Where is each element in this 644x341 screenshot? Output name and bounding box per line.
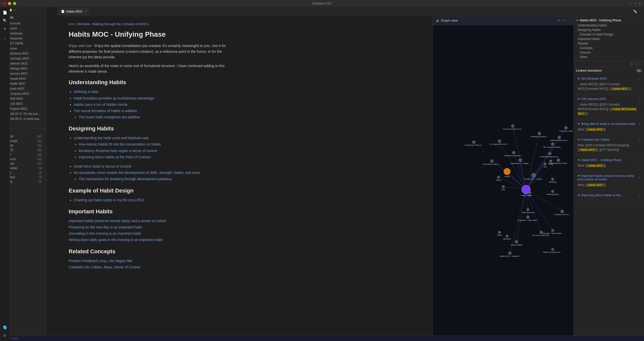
outline-item[interactable]: Understanding Habits	[574, 23, 644, 28]
svg-point-9	[472, 140, 475, 143]
writing-goals-link[interactable]: Writing down daily goals in the morning …	[69, 238, 163, 242]
more-icon[interactable]: ⋮	[639, 10, 642, 13]
habits-inertia-link[interactable]: Habits carry a ton of hidden inertia	[74, 103, 127, 107]
enjoy-text: - Enjoy the spatial constellation you cr…	[69, 44, 226, 59]
preparing-link[interactable]: Preparing for the next day is an importa…	[69, 225, 142, 229]
graph-title: Graph view	[441, 19, 458, 22]
charting-link[interactable]: Charting out habit cycles in my life cir…	[74, 198, 144, 202]
graph-more-icon[interactable]: ⋮	[567, 19, 571, 22]
svg-point-18	[544, 163, 546, 165]
mentions-list: ▼ 010 Mindsets MOC1...dsets MOC]] | [[02…	[576, 76, 642, 200]
micro-habits-link[interactable]: Improving Micro Habits at the Point of C…	[79, 155, 151, 159]
mention-title[interactable]: ▼ 010 Mindsets MOC	[577, 77, 607, 80]
files-icon[interactable]: 📄	[2, 9, 9, 16]
mention-section: ▼ Habits MOC - Colliding Phase1Next: [[H…	[576, 157, 642, 171]
svg-point-13	[548, 152, 551, 155]
svg-point-21	[498, 231, 501, 234]
community-icon[interactable]: 🌎	[2, 324, 9, 331]
svg-rect-0	[433, 111, 574, 259]
truest-metaphors-link[interactable]: The truest habit metaphors are additive	[79, 115, 140, 119]
edit-icon[interactable]: ✏️	[633, 10, 637, 13]
sort-az-icon[interactable]: A↕	[635, 62, 639, 66]
neural-formation-link[interactable]: The neural formation of habits is additi…	[74, 109, 137, 113]
sort-num-icon[interactable]: ↕	[640, 62, 642, 66]
window-restore-icon[interactable]: —	[630, 2, 633, 5]
tab-actions: ✏️ ⋮	[633, 10, 642, 13]
window-close-btn[interactable]	[3, 2, 6, 5]
mention-title[interactable]: ▼ Habits MOC - Colliding Phase	[577, 158, 621, 162]
outline-item[interactable]: Other	[574, 55, 644, 59]
designing-heading: Designing Habits	[69, 125, 231, 132]
graph-settings-icon[interactable]: ⚙	[557, 19, 560, 22]
list-view-icon[interactable]: ☰	[630, 62, 633, 66]
mention-title[interactable]: ▼ Being able to adapt is an important ha…	[577, 122, 635, 126]
svg-point-31	[551, 229, 554, 232]
break-plateau-link[interactable]: The mechanism for breaking through devel…	[79, 177, 172, 181]
search-icon[interactable]: 🔍	[2, 17, 9, 24]
editor-links: links: Mindsets, Walking through the 3 p…	[69, 22, 231, 26]
mention-title[interactable]: ▼ Cobwebs into Cables	[577, 138, 610, 141]
right-panel-content: ▼ 010 Mindsets MOC1...dsets MOC]] | [[02…	[574, 74, 644, 335]
starred-icon[interactable]: ★	[2, 25, 9, 32]
phases-link[interactable]: Walking through the 3 phases of MOCs	[92, 22, 149, 26]
mention-title[interactable]: ▼ Improving Micro Habits at the...	[577, 193, 623, 197]
svg-point-5	[565, 126, 568, 129]
atomic-habits-link[interactable]: How Atomic Habits fit into the conversat…	[79, 142, 161, 146]
tag-count: 11	[37, 162, 42, 165]
cobwebs-link[interactable]: Cobwebs into Cables	[69, 265, 102, 269]
graph-header: ◉ Graph view ⚙ ✕ ⋮	[433, 16, 574, 25]
mention-section: ▼ Improving Micro Habits at the...1	[576, 192, 642, 200]
graph-canvas: Habits MOC#habitHabits MOC - Collidi...H…	[433, 25, 574, 335]
example-list: Charting out habit cycles in my life cir…	[69, 197, 231, 203]
asymptotic-link[interactable]: An asymptotic curve models the developme…	[74, 171, 200, 175]
habit-cycle-link[interactable]: Understanding the habit cycle and habitu…	[74, 136, 149, 140]
settings-icon[interactable]: ⚙	[2, 332, 9, 335]
svg-point-11	[490, 160, 493, 163]
svg-point-32	[551, 190, 554, 193]
outline-collapse-icon[interactable]: ▼	[576, 19, 579, 22]
svg-point-4	[519, 158, 522, 162]
sense-control-link[interactable]: Sense of Control	[114, 265, 140, 269]
mention-highlight: Habits MOC	[580, 148, 596, 152]
habit-formation-link[interactable]: Habit formation provides an evolutionary…	[74, 96, 154, 100]
mention-title[interactable]: ▼ Important habits preserve mental clari…	[577, 174, 639, 181]
graph-close-icon[interactable]: ✕	[562, 19, 565, 22]
defining-habit-link[interactable]: Defining a habit	[74, 90, 98, 94]
resiliency-link[interactable]: Resiliency Routines help regain a sense …	[79, 149, 157, 153]
mention-count: 1	[639, 98, 640, 101]
tab-label: Habits MOC	[66, 10, 83, 13]
reps-link[interactable]: Reps	[104, 265, 112, 269]
outline-item[interactable]: Related	[574, 41, 644, 46]
like-begets-link[interactable]: Like begets like	[108, 259, 133, 263]
journaling-link[interactable]: Journaling in the morning is an importan…	[69, 231, 141, 235]
tag-count: 25	[37, 149, 42, 152]
sort-icon[interactable]: ↕	[14, 8, 15, 12]
outline-item[interactable]: Concepts	[574, 46, 644, 50]
small-wins-link[interactable]: Small Wins foster a Sense of Control	[74, 164, 131, 168]
outline-item[interactable]: Designing Habits	[574, 28, 644, 32]
window-maximize-icon[interactable]: □	[635, 2, 636, 5]
outline-item[interactable]: Sources	[574, 50, 644, 55]
tab-close-btn[interactable]: ✕	[85, 10, 87, 13]
habits-moc-tab[interactable]: 📄 Habits MOC ✕	[59, 8, 90, 15]
positive-feedback-link[interactable]: Positive Feedback Loop	[69, 259, 106, 263]
important-heading: Important Habits	[69, 208, 231, 215]
window-close-icon[interactable]: ✕	[638, 2, 641, 5]
graph-icon[interactable]: ○	[2, 35, 9, 42]
svg-point-22	[506, 235, 508, 237]
mention-highlight: Habits MOC	[587, 164, 604, 167]
important-links: Important habits preserve mental clarity…	[69, 218, 231, 243]
svg-point-3	[531, 173, 536, 178]
outline-item[interactable]: Important Habits	[574, 37, 644, 41]
window-maximize-btn[interactable]	[13, 2, 16, 5]
editor-area: links: Mindsets, Walking through the 3 p…	[57, 16, 243, 335]
important-clarity-link[interactable]: Important habits preserve mental clarity…	[69, 219, 166, 223]
window-minimize-btn[interactable]	[8, 2, 11, 5]
outline-item[interactable]: Example of Habit Design	[574, 32, 644, 37]
right-panel: ▼ Habits MOC - Unifying Phase Understand…	[574, 16, 644, 335]
mention-section: ▼ Cobwebs into Cables1links: [[020 Conce…	[576, 137, 642, 155]
svg-point-8	[498, 140, 501, 143]
mindsets-link[interactable]: Mindsets	[77, 22, 90, 26]
graph-header-actions: ⚙ ✕ ⋮	[557, 19, 571, 22]
mention-title[interactable]: ▼ 030 Interests MOC	[577, 97, 607, 101]
